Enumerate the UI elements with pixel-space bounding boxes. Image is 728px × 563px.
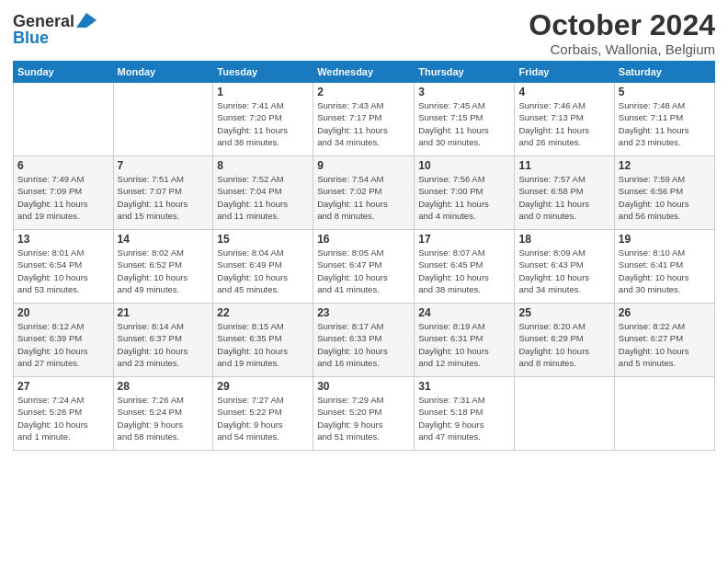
day-info: Sunrise: 7:41 AM Sunset: 7:20 PM Dayligh… bbox=[217, 99, 309, 148]
day-info: Sunrise: 8:12 AM Sunset: 6:39 PM Dayligh… bbox=[17, 320, 109, 369]
calendar-cell: 17Sunrise: 8:07 AM Sunset: 6:45 PM Dayli… bbox=[415, 230, 515, 304]
calendar-cell: 19Sunrise: 8:10 AM Sunset: 6:41 PM Dayli… bbox=[614, 230, 714, 304]
day-number: 18 bbox=[518, 233, 609, 246]
main-title: October 2024 bbox=[529, 9, 715, 41]
weekday-header: Saturday bbox=[614, 62, 714, 83]
day-info: Sunrise: 7:29 AM Sunset: 5:20 PM Dayligh… bbox=[317, 394, 410, 442]
day-info: Sunrise: 8:07 AM Sunset: 6:45 PM Dayligh… bbox=[418, 247, 510, 295]
calendar-week-row: 20Sunrise: 8:12 AM Sunset: 6:39 PM Dayli… bbox=[14, 304, 715, 377]
calendar-cell: 15Sunrise: 8:04 AM Sunset: 6:49 PM Dayli… bbox=[213, 230, 313, 304]
day-number: 24 bbox=[418, 306, 510, 319]
day-number: 3 bbox=[418, 86, 510, 98]
day-info: Sunrise: 7:57 AM Sunset: 6:58 PM Dayligh… bbox=[518, 173, 609, 222]
day-number: 27 bbox=[17, 380, 109, 393]
day-info: Sunrise: 7:43 AM Sunset: 7:17 PM Dayligh… bbox=[317, 99, 410, 148]
calendar-cell bbox=[113, 83, 213, 156]
day-info: Sunrise: 8:19 AM Sunset: 6:31 PM Dayligh… bbox=[418, 320, 510, 369]
day-info: Sunrise: 7:27 AM Sunset: 5:22 PM Dayligh… bbox=[217, 394, 309, 442]
day-info: Sunrise: 7:54 AM Sunset: 7:02 PM Dayligh… bbox=[317, 173, 410, 222]
calendar-cell: 31Sunrise: 7:31 AM Sunset: 5:18 PM Dayli… bbox=[415, 377, 515, 451]
weekday-header: Sunday bbox=[14, 62, 114, 83]
calendar-cell: 25Sunrise: 8:20 AM Sunset: 6:29 PM Dayli… bbox=[515, 304, 614, 377]
day-info: Sunrise: 7:45 AM Sunset: 7:15 PM Dayligh… bbox=[418, 99, 510, 148]
day-info: Sunrise: 7:46 AM Sunset: 7:13 PM Dayligh… bbox=[518, 99, 609, 148]
day-info: Sunrise: 8:15 AM Sunset: 6:35 PM Dayligh… bbox=[217, 320, 309, 369]
logo-icon bbox=[76, 13, 97, 28]
day-number: 17 bbox=[418, 233, 510, 246]
logo-blue-text: Blue bbox=[13, 29, 49, 46]
day-info: Sunrise: 8:20 AM Sunset: 6:29 PM Dayligh… bbox=[518, 320, 609, 369]
calendar-cell: 2Sunrise: 7:43 AM Sunset: 7:17 PM Daylig… bbox=[313, 83, 415, 156]
day-info: Sunrise: 8:10 AM Sunset: 6:41 PM Dayligh… bbox=[619, 247, 711, 295]
day-number: 26 bbox=[619, 306, 711, 319]
calendar-cell: 18Sunrise: 8:09 AM Sunset: 6:43 PM Dayli… bbox=[515, 230, 614, 304]
calendar-cell: 16Sunrise: 8:05 AM Sunset: 6:47 PM Dayli… bbox=[313, 230, 415, 304]
calendar-cell bbox=[14, 83, 114, 156]
weekday-header: Thursday bbox=[415, 62, 515, 83]
calendar-cell: 3Sunrise: 7:45 AM Sunset: 7:15 PM Daylig… bbox=[415, 83, 515, 156]
weekday-header: Wednesday bbox=[313, 62, 415, 83]
day-info: Sunrise: 8:22 AM Sunset: 6:27 PM Dayligh… bbox=[619, 320, 711, 369]
calendar-cell: 20Sunrise: 8:12 AM Sunset: 6:39 PM Dayli… bbox=[14, 304, 114, 377]
day-number: 12 bbox=[619, 159, 711, 172]
day-info: Sunrise: 8:01 AM Sunset: 6:54 PM Dayligh… bbox=[17, 247, 109, 295]
calendar-cell: 22Sunrise: 8:15 AM Sunset: 6:35 PM Dayli… bbox=[213, 304, 313, 377]
day-number: 22 bbox=[217, 306, 309, 319]
day-info: Sunrise: 7:26 AM Sunset: 5:24 PM Dayligh… bbox=[118, 394, 210, 442]
day-number: 4 bbox=[518, 86, 609, 98]
page-container: General Blue October 2024 Corbais, Wallo… bbox=[0, 0, 728, 460]
day-info: Sunrise: 7:48 AM Sunset: 7:11 PM Dayligh… bbox=[619, 99, 711, 148]
calendar-cell: 27Sunrise: 7:24 AM Sunset: 5:26 PM Dayli… bbox=[14, 377, 114, 451]
calendar-cell: 14Sunrise: 8:02 AM Sunset: 6:52 PM Dayli… bbox=[113, 230, 213, 304]
calendar-week-row: 6Sunrise: 7:49 AM Sunset: 7:09 PM Daylig… bbox=[14, 156, 715, 230]
day-number: 5 bbox=[619, 86, 711, 98]
day-info: Sunrise: 8:02 AM Sunset: 6:52 PM Dayligh… bbox=[118, 247, 210, 295]
calendar-cell: 8Sunrise: 7:52 AM Sunset: 7:04 PM Daylig… bbox=[213, 156, 313, 230]
day-number: 20 bbox=[17, 306, 109, 319]
calendar-week-row: 13Sunrise: 8:01 AM Sunset: 6:54 PM Dayli… bbox=[14, 230, 715, 304]
day-number: 23 bbox=[317, 306, 410, 319]
calendar-cell: 1Sunrise: 7:41 AM Sunset: 7:20 PM Daylig… bbox=[213, 83, 313, 156]
calendar-week-row: 1Sunrise: 7:41 AM Sunset: 7:20 PM Daylig… bbox=[14, 83, 715, 156]
calendar-week-row: 27Sunrise: 7:24 AM Sunset: 5:26 PM Dayli… bbox=[14, 377, 715, 451]
calendar-cell: 11Sunrise: 7:57 AM Sunset: 6:58 PM Dayli… bbox=[515, 156, 614, 230]
day-info: Sunrise: 8:14 AM Sunset: 6:37 PM Dayligh… bbox=[118, 320, 210, 369]
day-info: Sunrise: 7:49 AM Sunset: 7:09 PM Dayligh… bbox=[17, 173, 109, 222]
day-info: Sunrise: 7:59 AM Sunset: 6:56 PM Dayligh… bbox=[619, 173, 711, 222]
calendar-cell: 23Sunrise: 8:17 AM Sunset: 6:33 PM Dayli… bbox=[313, 304, 415, 377]
subtitle: Corbais, Wallonia, Belgium bbox=[529, 41, 715, 57]
calendar-cell bbox=[614, 377, 714, 451]
calendar-cell: 13Sunrise: 8:01 AM Sunset: 6:54 PM Dayli… bbox=[14, 230, 114, 304]
day-number: 10 bbox=[418, 159, 510, 172]
logo: General Blue bbox=[13, 13, 97, 46]
day-number: 9 bbox=[317, 159, 410, 172]
header: General Blue October 2024 Corbais, Wallo… bbox=[13, 9, 715, 57]
calendar-cell: 7Sunrise: 7:51 AM Sunset: 7:07 PM Daylig… bbox=[113, 156, 213, 230]
calendar-cell bbox=[515, 377, 614, 451]
calendar-cell: 12Sunrise: 7:59 AM Sunset: 6:56 PM Dayli… bbox=[614, 156, 714, 230]
day-number: 30 bbox=[317, 380, 410, 393]
day-number: 28 bbox=[118, 380, 210, 393]
calendar-cell: 24Sunrise: 8:19 AM Sunset: 6:31 PM Dayli… bbox=[415, 304, 515, 377]
day-number: 16 bbox=[317, 233, 410, 246]
day-number: 21 bbox=[118, 306, 210, 319]
calendar-cell: 6Sunrise: 7:49 AM Sunset: 7:09 PM Daylig… bbox=[14, 156, 114, 230]
weekday-header: Friday bbox=[515, 62, 614, 83]
calendar-cell: 4Sunrise: 7:46 AM Sunset: 7:13 PM Daylig… bbox=[515, 83, 614, 156]
day-info: Sunrise: 8:17 AM Sunset: 6:33 PM Dayligh… bbox=[317, 320, 410, 369]
day-number: 8 bbox=[217, 159, 309, 172]
day-number: 1 bbox=[217, 86, 309, 98]
day-info: Sunrise: 7:52 AM Sunset: 7:04 PM Dayligh… bbox=[217, 173, 309, 222]
day-number: 29 bbox=[217, 380, 309, 393]
day-info: Sunrise: 8:09 AM Sunset: 6:43 PM Dayligh… bbox=[518, 247, 609, 295]
day-info: Sunrise: 7:31 AM Sunset: 5:18 PM Dayligh… bbox=[418, 394, 510, 442]
title-block: October 2024 Corbais, Wallonia, Belgium bbox=[529, 9, 715, 57]
logo-general-text: General bbox=[13, 13, 74, 29]
day-number: 15 bbox=[217, 233, 309, 246]
day-info: Sunrise: 8:04 AM Sunset: 6:49 PM Dayligh… bbox=[217, 247, 309, 295]
weekday-header: Monday bbox=[113, 62, 213, 83]
calendar-cell: 10Sunrise: 7:56 AM Sunset: 7:00 PM Dayli… bbox=[415, 156, 515, 230]
calendar-cell: 5Sunrise: 7:48 AM Sunset: 7:11 PM Daylig… bbox=[614, 83, 714, 156]
calendar-cell: 28Sunrise: 7:26 AM Sunset: 5:24 PM Dayli… bbox=[113, 377, 213, 451]
calendar-cell: 26Sunrise: 8:22 AM Sunset: 6:27 PM Dayli… bbox=[614, 304, 714, 377]
